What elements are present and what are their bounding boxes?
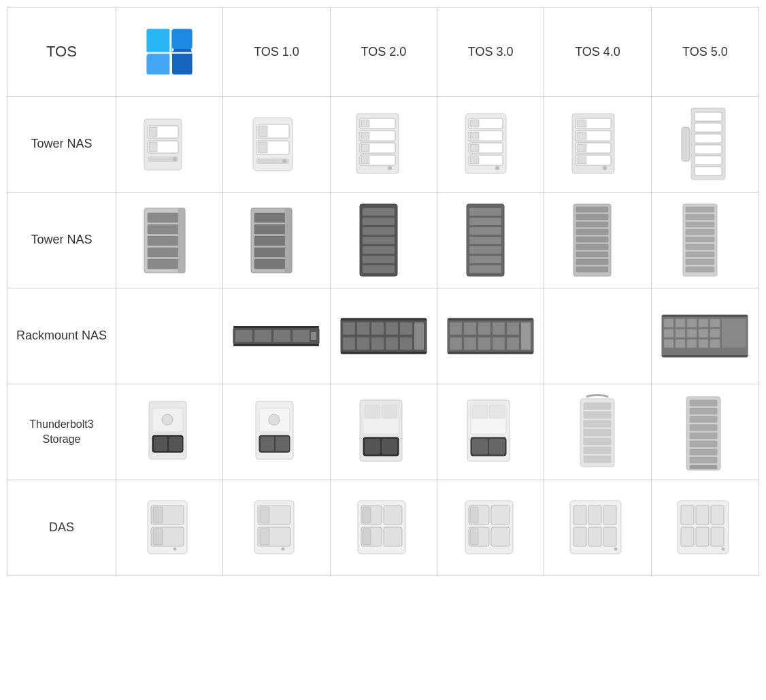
- tb-2bay-v2: [223, 384, 330, 480]
- svg-rect-20: [258, 126, 267, 137]
- svg-point-179: [269, 414, 280, 425]
- tower-nas-device-icon: [141, 112, 199, 177]
- tos-1-cell: TOS 1.0: [223, 7, 330, 96]
- svg-rect-249: [711, 505, 724, 524]
- svg-rect-101: [576, 259, 608, 265]
- thunderbolt-storage-label: Thunderbolt3 Storage: [7, 384, 116, 480]
- svg-rect-100: [576, 252, 608, 257]
- svg-rect-215: [153, 507, 163, 523]
- tower-nas-device-icon: [248, 112, 305, 177]
- svg-rect-177: [276, 437, 289, 451]
- tos-5-cell: TOS 5.0: [652, 7, 759, 96]
- svg-rect-247: [681, 505, 694, 524]
- svg-rect-167: [722, 319, 746, 348]
- svg-point-34: [388, 166, 392, 170]
- svg-rect-97: [576, 229, 608, 235]
- svg-point-217: [173, 548, 177, 551]
- svg-rect-110: [686, 252, 714, 257]
- svg-rect-176: [261, 437, 274, 451]
- tos-logo-icon: [142, 24, 197, 79]
- tower-nas-large-label: Tower NAS: [7, 193, 116, 288]
- svg-rect-185: [365, 405, 380, 418]
- svg-rect-96: [576, 222, 608, 227]
- svg-point-54: [603, 166, 607, 170]
- svg-rect-123: [341, 352, 427, 354]
- svg-rect-81: [363, 237, 395, 244]
- svg-rect-240: [588, 505, 601, 524]
- svg-rect-201: [584, 456, 611, 463]
- small-tower-2bay-v2: [223, 97, 330, 192]
- svg-rect-228: [384, 527, 402, 546]
- svg-rect-164: [687, 339, 697, 348]
- svg-rect-108: [686, 237, 714, 242]
- svg-rect-226: [384, 505, 402, 524]
- tower-4bay-v1: [331, 97, 437, 192]
- rack-1u-4bay: [223, 288, 330, 384]
- svg-rect-192: [472, 405, 488, 418]
- svg-rect-182: [365, 439, 380, 454]
- svg-rect-106: [686, 222, 714, 227]
- svg-rect-124: [343, 322, 355, 335]
- svg-point-173: [162, 414, 173, 425]
- tos-versions: TOS 1.0 TOS 2.0 TOS 3.0 TOS 4.0 TOS 5.0: [116, 7, 759, 96]
- svg-rect-72: [254, 224, 288, 234]
- rackmount-empty-2: [544, 288, 651, 384]
- rack-nas-icon: [661, 312, 749, 360]
- svg-rect-49: [577, 132, 586, 139]
- thunderbolt-nas-icon: [680, 393, 731, 471]
- svg-rect-105: [686, 214, 714, 220]
- svg-rect-190: [489, 439, 505, 454]
- svg-rect-200: [584, 447, 611, 454]
- svg-rect-166: [710, 339, 720, 348]
- thunderbolt-nas-icon: [142, 398, 197, 466]
- svg-rect-156: [710, 319, 720, 327]
- das-device-icon: [674, 497, 735, 559]
- tower-nas-large-icon: [463, 203, 518, 278]
- svg-rect-155: [699, 319, 708, 327]
- svg-rect-75: [254, 259, 288, 269]
- svg-rect-241: [603, 505, 616, 524]
- svg-rect-160: [699, 329, 708, 337]
- svg-rect-150: [662, 315, 748, 317]
- svg-rect-56: [695, 112, 722, 121]
- svg-rect-136: [448, 318, 533, 320]
- svg-rect-208: [690, 441, 717, 447]
- svg-rect-144: [464, 337, 476, 350]
- svg-rect-57: [695, 123, 722, 132]
- svg-rect-5: [147, 29, 171, 52]
- rackmount-nas-row: Rackmount NAS: [7, 288, 759, 384]
- rackmount-empty-1: [116, 288, 223, 384]
- svg-rect-104: [686, 207, 714, 212]
- svg-rect-199: [584, 438, 611, 445]
- svg-rect-27: [361, 120, 369, 127]
- svg-rect-207: [690, 433, 717, 439]
- rack-nas-icon: [339, 316, 428, 356]
- svg-rect-58: [695, 134, 722, 143]
- svg-rect-183: [382, 439, 397, 454]
- rackmount-nas-label: Rackmount NAS: [7, 288, 116, 384]
- svg-rect-82: [363, 246, 395, 254]
- svg-rect-126: [371, 322, 384, 335]
- svg-rect-148: [521, 322, 531, 350]
- svg-rect-128: [400, 322, 412, 335]
- tower-nas-large-icon: [141, 205, 199, 276]
- svg-rect-7: [172, 50, 193, 74]
- svg-rect-122: [341, 318, 427, 320]
- svg-rect-84: [363, 265, 395, 273]
- das-devices: [116, 480, 759, 576]
- tower-nas-large-icon: [570, 203, 625, 278]
- svg-point-17: [173, 157, 177, 161]
- svg-rect-65: [148, 224, 182, 234]
- svg-rect-171: [169, 437, 182, 451]
- svg-rect-88: [469, 227, 501, 235]
- svg-rect-162: [664, 339, 673, 348]
- svg-rect-193: [489, 405, 505, 418]
- svg-rect-252: [711, 527, 724, 546]
- tower-4bay-v2: [437, 97, 544, 192]
- tower-nas-small-devices: [116, 97, 759, 192]
- svg-rect-170: [154, 437, 167, 451]
- thunderbolt-nas-icon: [570, 393, 625, 471]
- tower-nas-device-icon: [567, 110, 628, 178]
- das-row: DAS: [7, 480, 759, 576]
- compatibility-table: TOS: [7, 7, 759, 576]
